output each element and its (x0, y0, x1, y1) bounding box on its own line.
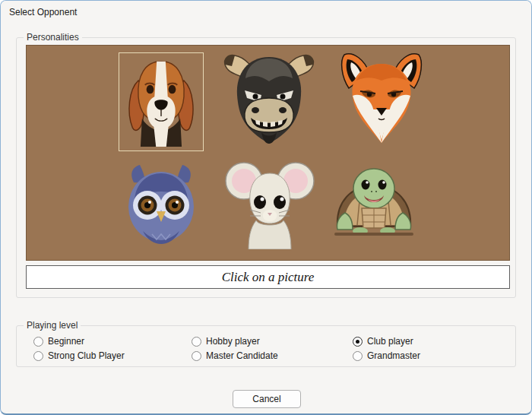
personalities-group-label: Personalities (24, 32, 82, 43)
beagle-dog-icon (123, 57, 199, 147)
titlebar[interactable]: Select Opponent (1, 1, 531, 24)
radio-option-strong-club-player[interactable]: Strong Club Player (33, 350, 125, 362)
radio-option-hobby-player[interactable]: Hobby player (192, 335, 260, 347)
personality-fox[interactable] (337, 50, 426, 150)
personality-mouse[interactable] (224, 160, 315, 249)
radio-label: Club player (367, 336, 413, 347)
radio-option-club-player[interactable]: Club player (353, 335, 413, 347)
radio-option-master-candidate[interactable]: Master Candidate (192, 350, 278, 362)
personality-bull[interactable] (222, 49, 316, 148)
hint-text: Click on a picture (222, 270, 315, 285)
turtle-icon (331, 166, 416, 239)
hint-bar: Click on a picture (26, 265, 510, 289)
fox-icon (337, 50, 426, 150)
personality-turtle[interactable] (331, 166, 416, 239)
radio-circle-hobby-player[interactable] (192, 337, 201, 347)
window-title: Select Opponent (9, 7, 77, 17)
radio-label: Hobby player (206, 336, 260, 347)
personality-beagle[interactable] (119, 52, 204, 151)
radio-label: Grandmaster (367, 350, 420, 361)
radio-circle-beginner[interactable] (33, 337, 43, 347)
cancel-button[interactable]: Cancel (233, 390, 301, 408)
playing-level-group: Playing level Beginner Strong Club Playe… (16, 325, 516, 367)
personalities-group: Personalities (16, 37, 516, 298)
personalities-panel (26, 45, 510, 261)
playing-level-group-label: Playing level (24, 320, 81, 331)
radio-label: Beginner (48, 336, 84, 347)
radio-label: Master Candidate (206, 350, 278, 361)
radio-circle-grandmaster[interactable] (353, 351, 363, 361)
radio-circle-strong-club-player[interactable] (33, 351, 43, 361)
radio-option-grandmaster[interactable]: Grandmaster (353, 350, 420, 362)
mouse-icon (224, 160, 315, 249)
radio-circle-master-candidate[interactable] (192, 351, 201, 361)
personality-owl[interactable] (122, 164, 201, 245)
radio-label: Strong Club Player (48, 350, 125, 361)
radio-option-beginner[interactable]: Beginner (33, 335, 84, 347)
owl-icon (122, 164, 201, 245)
radio-circle-club-player[interactable] (353, 337, 363, 347)
select-opponent-dialog: Select Opponent Personalities (0, 0, 532, 415)
bull-icon (222, 49, 316, 148)
